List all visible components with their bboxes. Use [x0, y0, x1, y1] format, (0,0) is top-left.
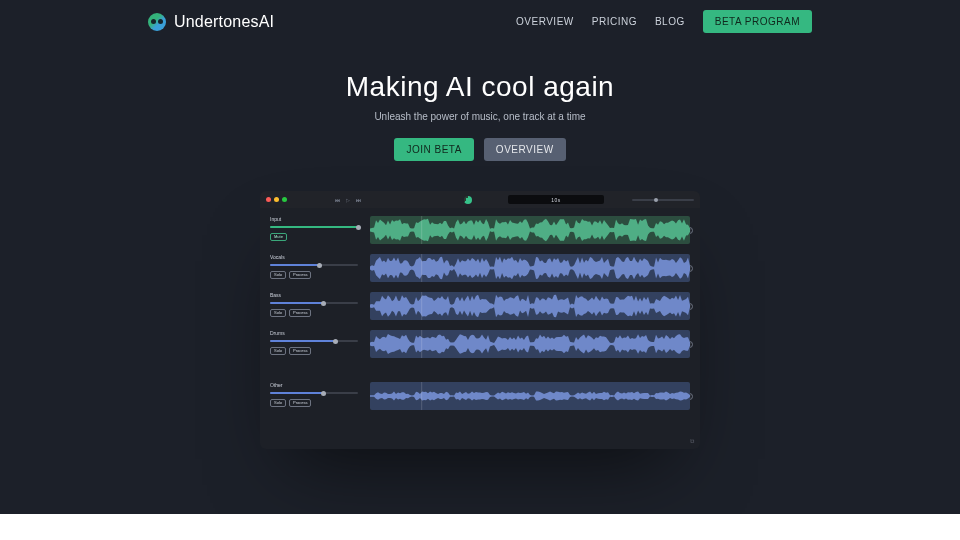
- track-name-label: Bass: [270, 292, 358, 298]
- brand-name: UndertonesAI: [174, 13, 274, 31]
- skip-back-icon[interactable]: ⏮: [335, 197, 340, 203]
- app-footer: ⧉: [260, 436, 700, 449]
- track-chip-row: SoloProcess: [270, 309, 358, 317]
- process-indicator-icon[interactable]: [464, 196, 472, 204]
- close-icon[interactable]: [266, 197, 271, 202]
- brand-logo-icon: [148, 13, 166, 31]
- nav-links: OVERVIEW PRICING BLOG BETA PROGRAM: [516, 10, 812, 33]
- waveform[interactable]: [370, 292, 690, 320]
- track-controls: Input Mute ×: [270, 216, 358, 244]
- transport-controls: ⏮ ▷ ⏭: [335, 197, 361, 203]
- nav-link-overview[interactable]: OVERVIEW: [516, 16, 574, 27]
- overview-button[interactable]: OVERVIEW: [484, 138, 566, 161]
- play-icon[interactable]: ▷: [346, 197, 350, 203]
- window-controls: [266, 197, 287, 202]
- expand-icon[interactable]: ⧉: [690, 438, 694, 444]
- volume-slider[interactable]: [270, 226, 358, 228]
- time-counter: 10s: [508, 195, 604, 204]
- track-controls: Vocals SoloProcess ×: [270, 254, 358, 282]
- hero-subtitle: Unleash the power of music, one track at…: [0, 111, 960, 122]
- hero: Making AI cool again Unleash the power o…: [0, 71, 960, 161]
- track-controls: Other SoloProcess ×: [270, 382, 358, 410]
- brand[interactable]: UndertonesAI: [148, 13, 274, 31]
- track-chip-process[interactable]: Process: [289, 271, 311, 279]
- skip-forward-icon[interactable]: ⏭: [356, 197, 361, 203]
- track-chip-solo[interactable]: Solo: [270, 347, 286, 355]
- waveform[interactable]: [370, 330, 690, 358]
- top-nav: UndertonesAI OVERVIEW PRICING BLOG BETA …: [120, 0, 840, 33]
- app-titlebar: ⏮ ▷ ⏭ 10s: [260, 191, 700, 208]
- track-controls: Drums SoloProcess ×: [270, 330, 358, 358]
- track-row-input: Input Mute ×: [270, 216, 690, 254]
- volume-slider[interactable]: [270, 392, 358, 394]
- track-chip-process[interactable]: Process: [289, 309, 311, 317]
- tracks-panel: Input Mute × Vocals SoloProcess × Bass: [260, 208, 700, 436]
- waveform[interactable]: [370, 216, 690, 244]
- track-name-label: Input: [270, 216, 358, 222]
- track-chip-process[interactable]: Process: [289, 347, 311, 355]
- volume-slider[interactable]: [270, 302, 358, 304]
- minimize-icon[interactable]: [274, 197, 279, 202]
- track-name-label: Drums: [270, 330, 358, 336]
- track-name-label: Other: [270, 382, 358, 388]
- waveform[interactable]: [370, 382, 690, 410]
- maximize-icon[interactable]: [282, 197, 287, 202]
- track-controls: Bass SoloProcess ×: [270, 292, 358, 320]
- track-chip-mute[interactable]: Mute: [270, 233, 287, 241]
- track-row-vocals: Vocals SoloProcess ×: [270, 254, 690, 292]
- track-chip-process[interactable]: Process: [289, 399, 311, 407]
- track-chip-solo[interactable]: Solo: [270, 399, 286, 407]
- track-chip-solo[interactable]: Solo: [270, 309, 286, 317]
- track-name-label: Vocals: [270, 254, 358, 260]
- volume-slider[interactable]: [270, 340, 358, 342]
- hero-title: Making AI cool again: [0, 71, 960, 103]
- nav-link-pricing[interactable]: PRICING: [592, 16, 637, 27]
- track-chip-row: Mute: [270, 233, 358, 241]
- waveform[interactable]: [370, 254, 690, 282]
- volume-slider[interactable]: [270, 264, 358, 266]
- join-beta-button[interactable]: JOIN BETA: [394, 138, 473, 161]
- app-preview: ⏮ ▷ ⏭ 10s Input Mute × Vocals: [260, 191, 700, 449]
- zoom-slider[interactable]: [632, 199, 694, 201]
- nav-cta-button[interactable]: BETA PROGRAM: [703, 10, 812, 33]
- track-row-bass: Bass SoloProcess ×: [270, 292, 690, 330]
- landing-page: UndertonesAI OVERVIEW PRICING BLOG BETA …: [0, 0, 960, 449]
- nav-link-blog[interactable]: BLOG: [655, 16, 685, 27]
- track-chip-row: SoloProcess: [270, 399, 358, 407]
- track-row-drums: Drums SoloProcess ×: [270, 330, 690, 368]
- track-chip-row: SoloProcess: [270, 347, 358, 355]
- track-chip-solo[interactable]: Solo: [270, 271, 286, 279]
- track-chip-row: SoloProcess: [270, 271, 358, 279]
- track-row-other: Other SoloProcess ×: [270, 382, 690, 420]
- hero-cta-row: JOIN BETA OVERVIEW: [0, 138, 960, 161]
- page-edge: [0, 514, 960, 540]
